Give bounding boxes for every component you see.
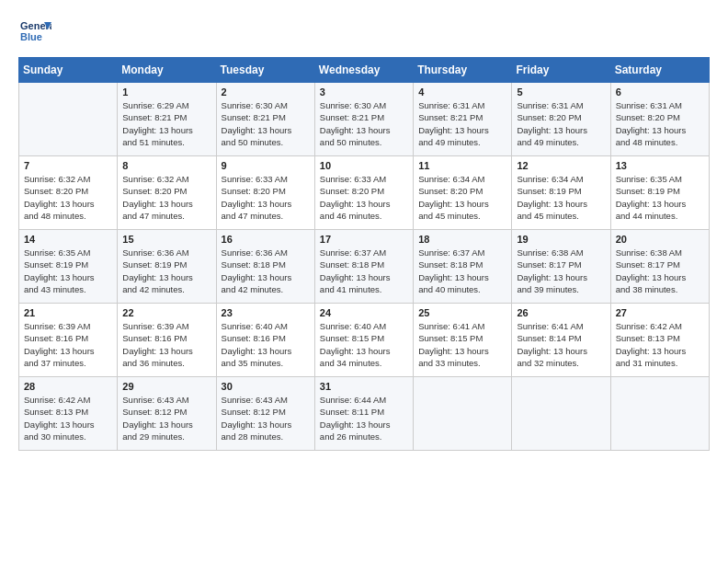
calendar-cell: 25Sunrise: 6:41 AM Sunset: 8:15 PM Dayli… xyxy=(414,304,512,377)
day-number: 3 xyxy=(320,86,408,98)
day-number: 17 xyxy=(320,234,408,245)
calendar-cell xyxy=(414,377,512,451)
day-number: 4 xyxy=(418,86,506,98)
day-info: Sunrise: 6:39 AM Sunset: 8:16 PM Dayligh… xyxy=(24,320,112,369)
calendar-cell: 18Sunrise: 6:37 AM Sunset: 8:18 PM Dayli… xyxy=(414,230,512,304)
day-number: 12 xyxy=(517,160,605,171)
day-number: 16 xyxy=(222,234,310,245)
day-number: 24 xyxy=(320,307,408,318)
calendar-cell: 11Sunrise: 6:34 AM Sunset: 8:20 PM Dayli… xyxy=(414,156,512,230)
calendar-week-2: 7Sunrise: 6:32 AM Sunset: 8:20 PM Daylig… xyxy=(19,156,710,230)
calendar-cell: 29Sunrise: 6:43 AM Sunset: 8:12 PM Dayli… xyxy=(118,377,216,451)
calendar-cell: 30Sunrise: 6:43 AM Sunset: 8:12 PM Dayli… xyxy=(216,377,314,451)
calendar-cell: 28Sunrise: 6:42 AM Sunset: 8:13 PM Dayli… xyxy=(19,377,118,451)
calendar-week-3: 14Sunrise: 6:35 AM Sunset: 8:19 PM Dayli… xyxy=(19,230,710,304)
calendar-cell: 13Sunrise: 6:35 AM Sunset: 8:19 PM Dayli… xyxy=(610,156,709,230)
day-number: 30 xyxy=(222,381,310,392)
day-number: 8 xyxy=(122,160,210,171)
day-info: Sunrise: 6:36 AM Sunset: 8:19 PM Dayligh… xyxy=(122,247,210,295)
calendar-cell: 17Sunrise: 6:37 AM Sunset: 8:18 PM Dayli… xyxy=(314,230,413,304)
calendar-cell: 6Sunrise: 6:31 AM Sunset: 8:20 PM Daylig… xyxy=(610,83,709,156)
day-header-wednesday: Wednesday xyxy=(314,58,413,83)
day-info: Sunrise: 6:35 AM Sunset: 8:19 PM Dayligh… xyxy=(616,173,704,222)
day-info: Sunrise: 6:32 AM Sunset: 8:20 PM Dayligh… xyxy=(122,173,210,222)
calendar-cell: 22Sunrise: 6:39 AM Sunset: 8:16 PM Dayli… xyxy=(118,304,216,377)
day-info: Sunrise: 6:35 AM Sunset: 8:19 PM Dayligh… xyxy=(24,247,112,295)
day-info: Sunrise: 6:41 AM Sunset: 8:15 PM Dayligh… xyxy=(418,320,506,369)
page-header: General Blue xyxy=(18,15,710,48)
day-number: 26 xyxy=(517,307,605,318)
calendar-cell: 23Sunrise: 6:40 AM Sunset: 8:16 PM Dayli… xyxy=(216,304,314,377)
day-info: Sunrise: 6:40 AM Sunset: 8:15 PM Dayligh… xyxy=(320,320,408,369)
day-info: Sunrise: 6:41 AM Sunset: 8:14 PM Dayligh… xyxy=(517,320,605,369)
calendar-cell: 10Sunrise: 6:33 AM Sunset: 8:20 PM Dayli… xyxy=(314,156,413,230)
day-info: Sunrise: 6:38 AM Sunset: 8:17 PM Dayligh… xyxy=(616,247,704,295)
calendar-body: 1Sunrise: 6:29 AM Sunset: 8:21 PM Daylig… xyxy=(19,83,710,451)
calendar-cell xyxy=(610,377,709,451)
day-number: 21 xyxy=(24,307,112,318)
calendar-week-1: 1Sunrise: 6:29 AM Sunset: 8:21 PM Daylig… xyxy=(19,83,710,156)
logo-icon: General Blue xyxy=(18,15,51,48)
day-number: 18 xyxy=(418,234,506,245)
day-number: 28 xyxy=(24,381,112,392)
day-header-sunday: Sunday xyxy=(19,58,118,83)
day-number: 6 xyxy=(616,86,704,98)
day-info: Sunrise: 6:30 AM Sunset: 8:21 PM Dayligh… xyxy=(222,99,310,148)
day-number: 11 xyxy=(418,160,506,171)
day-number: 25 xyxy=(418,307,506,318)
calendar-cell: 7Sunrise: 6:32 AM Sunset: 8:20 PM Daylig… xyxy=(19,156,118,230)
calendar-cell: 21Sunrise: 6:39 AM Sunset: 8:16 PM Dayli… xyxy=(19,304,118,377)
calendar-cell: 5Sunrise: 6:31 AM Sunset: 8:20 PM Daylig… xyxy=(512,83,610,156)
day-info: Sunrise: 6:40 AM Sunset: 8:16 PM Dayligh… xyxy=(222,320,310,369)
calendar-cell: 9Sunrise: 6:33 AM Sunset: 8:20 PM Daylig… xyxy=(216,156,314,230)
calendar-cell: 14Sunrise: 6:35 AM Sunset: 8:19 PM Dayli… xyxy=(19,230,118,304)
calendar-cell: 1Sunrise: 6:29 AM Sunset: 8:21 PM Daylig… xyxy=(118,83,216,156)
day-number: 2 xyxy=(222,86,310,98)
day-number: 5 xyxy=(517,86,605,98)
day-number: 23 xyxy=(222,307,310,318)
day-info: Sunrise: 6:30 AM Sunset: 8:21 PM Dayligh… xyxy=(320,99,408,148)
day-header-saturday: Saturday xyxy=(610,58,709,83)
day-number: 15 xyxy=(122,234,210,245)
calendar-table: SundayMondayTuesdayWednesdayThursdayFrid… xyxy=(18,57,710,451)
day-number: 22 xyxy=(122,307,210,318)
day-info: Sunrise: 6:31 AM Sunset: 8:20 PM Dayligh… xyxy=(616,99,704,148)
day-number: 29 xyxy=(122,381,210,392)
day-info: Sunrise: 6:43 AM Sunset: 8:12 PM Dayligh… xyxy=(222,394,310,442)
day-info: Sunrise: 6:31 AM Sunset: 8:21 PM Dayligh… xyxy=(418,99,506,148)
calendar-cell: 19Sunrise: 6:38 AM Sunset: 8:17 PM Dayli… xyxy=(512,230,610,304)
calendar-cell: 27Sunrise: 6:42 AM Sunset: 8:13 PM Dayli… xyxy=(610,304,709,377)
calendar-cell: 3Sunrise: 6:30 AM Sunset: 8:21 PM Daylig… xyxy=(314,83,413,156)
calendar-cell: 4Sunrise: 6:31 AM Sunset: 8:21 PM Daylig… xyxy=(414,83,512,156)
calendar-cell xyxy=(19,83,118,156)
calendar-cell: 2Sunrise: 6:30 AM Sunset: 8:21 PM Daylig… xyxy=(216,83,314,156)
day-header-friday: Friday xyxy=(512,58,610,83)
day-info: Sunrise: 6:32 AM Sunset: 8:20 PM Dayligh… xyxy=(24,173,112,222)
day-info: Sunrise: 6:39 AM Sunset: 8:16 PM Dayligh… xyxy=(122,320,210,369)
calendar-cell: 31Sunrise: 6:44 AM Sunset: 8:11 PM Dayli… xyxy=(314,377,413,451)
day-info: Sunrise: 6:33 AM Sunset: 8:20 PM Dayligh… xyxy=(222,173,310,222)
day-number: 19 xyxy=(517,234,605,245)
day-header-monday: Monday xyxy=(118,58,216,83)
calendar-header: SundayMondayTuesdayWednesdayThursdayFrid… xyxy=(19,58,710,83)
day-info: Sunrise: 6:42 AM Sunset: 8:13 PM Dayligh… xyxy=(616,320,704,369)
day-number: 7 xyxy=(24,160,112,171)
logo: General Blue xyxy=(18,15,51,48)
calendar-cell xyxy=(512,377,610,451)
day-number: 9 xyxy=(222,160,310,171)
calendar-cell: 12Sunrise: 6:34 AM Sunset: 8:19 PM Dayli… xyxy=(512,156,610,230)
day-number: 13 xyxy=(616,160,704,171)
day-info: Sunrise: 6:42 AM Sunset: 8:13 PM Dayligh… xyxy=(24,394,112,442)
day-number: 31 xyxy=(320,381,408,392)
calendar-cell: 16Sunrise: 6:36 AM Sunset: 8:18 PM Dayli… xyxy=(216,230,314,304)
day-number: 10 xyxy=(320,160,408,171)
calendar-week-5: 28Sunrise: 6:42 AM Sunset: 8:13 PM Dayli… xyxy=(19,377,710,451)
day-number: 14 xyxy=(24,234,112,245)
day-info: Sunrise: 6:31 AM Sunset: 8:20 PM Dayligh… xyxy=(517,99,605,148)
calendar-cell: 24Sunrise: 6:40 AM Sunset: 8:15 PM Dayli… xyxy=(314,304,413,377)
day-info: Sunrise: 6:34 AM Sunset: 8:20 PM Dayligh… xyxy=(418,173,506,222)
day-number: 20 xyxy=(616,234,704,245)
day-info: Sunrise: 6:44 AM Sunset: 8:11 PM Dayligh… xyxy=(320,394,408,442)
calendar-cell: 15Sunrise: 6:36 AM Sunset: 8:19 PM Dayli… xyxy=(118,230,216,304)
calendar-cell: 20Sunrise: 6:38 AM Sunset: 8:17 PM Dayli… xyxy=(610,230,709,304)
